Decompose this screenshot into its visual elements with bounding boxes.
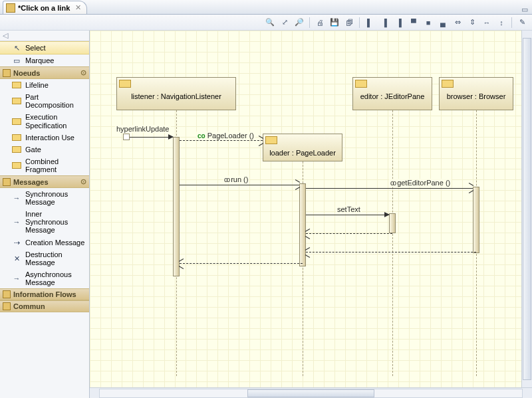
item-label: Synchronous Message	[25, 190, 86, 206]
msg-return[interactable]	[306, 233, 392, 234]
item-label: Combined Fragment	[25, 157, 86, 173]
arrow-icon: →	[12, 274, 21, 282]
item-destruction-message[interactable]: ✕Destruction Message	[0, 249, 89, 268]
copy-image-icon[interactable]: 🗐	[343, 17, 355, 29]
lifeline-icon	[442, 80, 454, 88]
lifeline-icon	[119, 80, 131, 88]
item-execution-spec[interactable]: Execution Specification	[0, 111, 89, 131]
msg-geteditor[interactable]	[306, 188, 473, 189]
intuse-icon	[12, 134, 21, 141]
print-icon[interactable]: 🖨	[314, 17, 326, 29]
item-async-message[interactable]: →Asynchronous Message	[0, 268, 89, 288]
exec-icon	[12, 118, 21, 125]
item-label: Inner Synchronous Message	[25, 210, 86, 234]
msg-return[interactable]	[180, 263, 303, 264]
msg-label-hyperlink: hyperlinkUpdate	[115, 125, 171, 133]
item-label: Asynchronous Message	[25, 270, 86, 286]
tool-label: Marquee	[25, 56, 54, 64]
drawer-information-flows[interactable]: Information Flows	[0, 288, 89, 300]
gate-icon	[12, 146, 21, 153]
align-left-icon[interactable]: ▌	[364, 17, 376, 29]
item-part-decomposition[interactable]: Part Decomposition	[0, 91, 89, 111]
separator	[359, 17, 360, 28]
item-sync-message[interactable]: →Synchronous Message	[0, 188, 89, 208]
tab-click-on-link[interactable]: *Click on a link ✕	[3, 1, 87, 14]
msg-hyperlink[interactable]	[130, 137, 173, 138]
endpoint[interactable]	[123, 134, 130, 140]
zoom-fit-icon[interactable]: ⤢	[279, 17, 291, 29]
close-icon[interactable]: ✕	[75, 3, 81, 12]
part-icon	[12, 98, 21, 104]
item-creation-message[interactable]: ⇢Creation Message	[0, 237, 89, 249]
activation[interactable]	[473, 187, 479, 253]
item-label: Interaction Use	[25, 134, 74, 142]
lifeline-icon	[12, 82, 21, 88]
align-top-icon[interactable]: ▀	[408, 17, 420, 29]
item-label: Destruction Message	[25, 250, 86, 266]
scrollbar-vertical[interactable]	[521, 31, 532, 387]
toolbar: 🔍 ⤢ 🔎 🖨 💾 🗐 ▌ ▐ ▐ ▀ ■ ▄ ⇔ ⇕ ↔ ↕ ✎	[0, 15, 532, 31]
minimize-icon[interactable]: ▭	[517, 5, 532, 14]
arrow-icon: ✕	[12, 254, 21, 262]
align-right-icon[interactable]: ▐	[393, 17, 405, 29]
diagram-canvas[interactable]: listener : NavigationListener loader : P…	[90, 31, 532, 387]
arrow-icon: →	[12, 218, 21, 226]
scrollbar-horizontal[interactable]	[90, 387, 532, 398]
item-gate[interactable]: Gate	[0, 144, 89, 155]
brush-icon[interactable]: ✎	[516, 17, 528, 29]
drawer-label: Messages	[13, 178, 49, 186]
item-lifeline[interactable]: Lifeline	[0, 79, 89, 91]
align-middle-icon[interactable]: ■	[422, 17, 434, 29]
lifeline-label: loader : PageLoader	[269, 149, 336, 157]
lifeline-editor[interactable]: editor : JEditorPane	[352, 77, 432, 110]
tab-bar: *Click on a link ✕ ▭	[0, 0, 532, 15]
msg-settext[interactable]	[306, 215, 389, 215]
folder-icon	[3, 69, 11, 77]
pin-icon[interactable]: ⊙	[80, 177, 86, 186]
msg-pageloader[interactable]	[180, 140, 263, 141]
drawer-commun[interactable]: Commun	[0, 300, 89, 312]
tool-select[interactable]: ↖ Select	[0, 41, 89, 54]
marquee-icon: ▭	[12, 56, 21, 64]
item-label: Part Decomposition	[25, 93, 86, 109]
match-w-icon[interactable]: ↔	[481, 17, 493, 29]
folder-icon	[3, 290, 11, 298]
msg-run[interactable]	[180, 185, 299, 185]
tool-label: Select	[25, 44, 46, 52]
tool-marquee[interactable]: ▭ Marquee	[0, 54, 89, 66]
item-inner-sync-message[interactable]: →Inner Synchronous Message	[0, 208, 89, 236]
align-center-icon[interactable]: ▐	[378, 17, 390, 29]
msg-return[interactable]	[306, 252, 476, 252]
item-label: Lifeline	[25, 81, 49, 89]
match-h-icon[interactable]: ↕	[495, 17, 507, 29]
dist-v-icon[interactable]: ⇕	[466, 17, 478, 29]
align-bottom-icon[interactable]: ▄	[437, 17, 449, 29]
lifeline-loader[interactable]: loader : PageLoader	[263, 134, 342, 161]
dist-h-icon[interactable]: ⇔	[452, 17, 464, 29]
palette-nav[interactable]: ◁	[0, 31, 89, 41]
pin-icon[interactable]: ⊙	[80, 68, 86, 77]
msg-label-settext: setText	[336, 205, 362, 213]
drawer-label: Noeuds	[13, 69, 40, 77]
zoom-in-icon[interactable]: 🔍	[264, 17, 276, 29]
lifeline-browser[interactable]: browser : Browser	[439, 77, 513, 110]
drawer-noeuds[interactable]: Noeuds ⊙	[0, 66, 89, 79]
item-label: Execution Specification	[25, 113, 86, 129]
activation[interactable]	[389, 213, 396, 233]
item-label: Gate	[25, 146, 41, 153]
diagram-icon	[6, 3, 15, 13]
item-interaction-use[interactable]: Interaction Use	[0, 132, 89, 144]
msg-label-pageloader: coPageLoader ()	[196, 132, 255, 140]
zoom-out-icon[interactable]: 🔎	[293, 17, 305, 29]
drawer-label: Commun	[13, 302, 45, 310]
drawer-messages[interactable]: Messages ⊙	[0, 175, 89, 188]
palette: ◁ ↖ Select ▭ Marquee Noeuds ⊙ Lifeline P…	[0, 31, 90, 398]
lifeline-listener[interactable]: listener : NavigationListener	[116, 77, 236, 110]
separator	[511, 17, 512, 28]
activation[interactable]	[173, 137, 180, 276]
lifeline-icon	[265, 136, 277, 144]
combined-icon	[12, 162, 21, 169]
folder-icon	[3, 178, 11, 186]
save-icon[interactable]: 💾	[329, 17, 340, 29]
item-combined-fragment[interactable]: Combined Fragment	[0, 155, 89, 175]
